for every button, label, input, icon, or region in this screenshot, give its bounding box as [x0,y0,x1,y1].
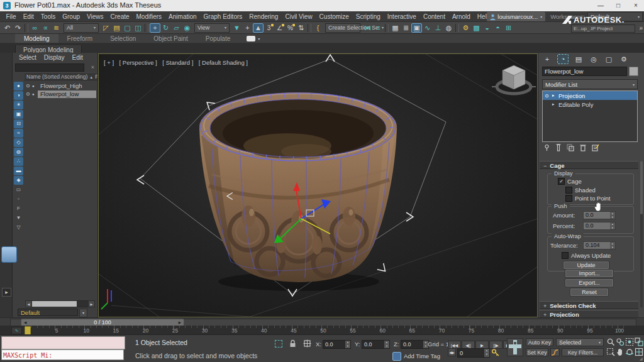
maximize-button[interactable]: □ [610,0,626,11]
maxscript-mini-listener[interactable] [1,336,125,349]
select-object-icon[interactable]: ◸ [101,23,111,33]
key-mode-toggle[interactable]: ◀▶ [448,348,456,356]
update-button[interactable]: Update [563,261,609,270]
x-coordinate-field[interactable]: 0.0 ▴▾ [323,340,351,349]
viewport-menu-standard[interactable]: [ Standard ] [162,59,193,66]
selection-region-icon[interactable] [275,340,282,348]
import-button[interactable]: Import... [565,269,614,278]
select-and-place-icon[interactable]: ◉ [182,23,192,33]
menu-item[interactable]: Rendering [246,11,282,22]
toggle-scene-explorer-icon[interactable]: ≣ [401,23,411,33]
z-coordinate-field[interactable]: 0.0 ▴▾ [401,340,429,349]
panel-scrollbar[interactable] [640,161,643,307]
spinner[interactable]: ▴▾ [484,349,489,357]
default-tangent-button[interactable] [550,348,560,356]
menu-item[interactable]: Customize [316,11,352,22]
perspective-viewport[interactable]: [ + ] [ Perspective ] [ Standard ] [ Def… [98,53,538,317]
angle-snap-icon[interactable]: ∠ [274,23,285,33]
material-editor-icon[interactable]: ◍ [443,23,454,33]
maxscript-mini-label[interactable]: MAXScript Mi: [1,349,124,360]
configure-modifier-sets-icon[interactable] [592,144,599,151]
toggle-ribbon-icon[interactable]: ▣ [411,23,422,33]
key-icon[interactable] [491,348,500,357]
current-frame-field[interactable]: 0 ▴▾ [457,348,490,358]
unlink-selection-icon[interactable]: ∝ [40,23,51,33]
display-frozen-icon[interactable]: ▭ [14,185,23,194]
search-clear-icon[interactable]: × [91,63,94,71]
explorer-menu-item[interactable]: Display [40,53,69,62]
pin-stack-icon[interactable] [543,144,550,151]
frozen-filter-icon[interactable]: F [14,204,23,213]
pan-hand-icon[interactable] [616,348,625,356]
ribbon-tab[interactable]: Freeform [58,34,102,43]
menu-item[interactable]: File [3,11,19,22]
toolbar-overflow-button[interactable]: » [639,25,643,31]
open-viewport-icon[interactable]: ⊞ [503,23,514,33]
utilities-tab-icon[interactable]: ⚙ [619,55,629,63]
object-color-swatch[interactable] [629,67,638,76]
menu-item[interactable]: Tools [37,11,58,22]
cage-checkbox[interactable]: ✓ [558,178,565,185]
modify-tab-icon[interactable]: ◔ [557,54,569,64]
display-lights-icon[interactable]: ☀ [14,101,23,109]
window-crossing-icon[interactable]: ◫ [133,23,143,33]
spinner[interactable]: ▴▾ [610,222,615,229]
view-cube[interactable] [492,65,536,94]
next-frame-icon[interactable]: ▶ [176,321,184,324]
filter-clear-icon[interactable]: ▽ [14,223,23,232]
object-name-field[interactable]: Flowerpot_low [542,67,627,76]
maximize-viewport-icon[interactable] [635,348,643,356]
modifier-stack-row[interactable]: ▸ Editable Poly [543,100,637,109]
mirror-icon[interactable]: ⋈ [362,23,373,33]
spinner[interactable]: ▴▾ [345,341,350,348]
visibility-eye-icon[interactable]: ⊙ [26,91,32,97]
select-and-manipulate-icon[interactable]: + [242,23,253,33]
use-pivot-point-icon[interactable]: ▼ [231,23,242,33]
tolerance-field[interactable]: 0.104 ▴▾ [583,241,616,250]
menu-item[interactable]: Group [59,11,84,22]
reference-coordinate-dropdown[interactable]: View▾ [194,23,230,33]
display-xrefs-icon[interactable]: ◈ [14,176,23,185]
menu-item[interactable]: Edit [19,11,37,22]
spinner[interactable]: ▴▾ [384,341,389,348]
display-tab-icon[interactable]: ▢ [604,55,614,63]
search-input[interactable] [15,63,84,72]
select-and-link-icon[interactable]: ∞ [30,23,40,33]
snaps-3d-icon[interactable]: 3 [264,23,274,33]
minimize-button[interactable]: — [592,0,609,11]
align-icon[interactable]: ≡ [373,23,384,33]
zoom-all-icon[interactable] [616,337,625,346]
ribbon-media-button[interactable]: ▾ [247,34,260,43]
scroll-left-icon[interactable]: ◀ [25,300,32,307]
display-cameras-icon[interactable]: ▣ [14,110,23,119]
display-helpers-icon[interactable]: ⊡ [14,119,23,128]
render-production-icon[interactable]: ◒ [482,23,492,33]
percent-field[interactable]: 0.0 ▴▾ [583,222,616,230]
explorer-view-dropdown[interactable]: Default [18,309,78,316]
scrollbar-thumb[interactable] [32,301,77,307]
key-filters-button[interactable]: Key Filters... [562,348,604,356]
mini-curve-editor-icon[interactable]: ∿ [11,327,22,334]
menu-item[interactable]: Content [419,11,448,22]
horizontal-scrollbar[interactable]: ◀ ▶ [25,300,95,307]
display-bones-icon[interactable]: ◍ [14,148,23,156]
prev-frame-icon[interactable]: ◀ [21,321,29,324]
menu-item[interactable]: Arnold [448,11,474,22]
rollout-header[interactable]: +Selection Check [540,301,638,309]
modifier-visibility-icon[interactable]: ⊙ [545,93,550,99]
ribbon-tab[interactable]: Populate [197,34,239,43]
scroll-right-icon[interactable]: ▶ [88,300,95,307]
dock-highlight-button[interactable] [1,246,17,263]
time-tag-icon[interactable] [392,352,401,361]
scrollbar-thumb[interactable] [640,161,643,214]
project-folder-dropdown[interactable]: E:..up_.IP Project [571,25,635,33]
display-particles-icon[interactable]: ◇ [14,138,23,147]
show-end-result-icon[interactable] [556,144,561,151]
name-column-header[interactable]: Name (Sorted Ascending)▲Froz [25,72,97,80]
absolute-offset-toggle-icon[interactable] [303,339,311,348]
display-spacewarps-icon[interactable]: ≈ [14,129,23,138]
selection-lock-icon[interactable] [289,339,297,348]
select-and-move-icon[interactable]: + [150,23,160,33]
spinner-snap-icon[interactable]: ⇅ [296,23,306,33]
menu-item[interactable]: Animation [165,11,200,22]
